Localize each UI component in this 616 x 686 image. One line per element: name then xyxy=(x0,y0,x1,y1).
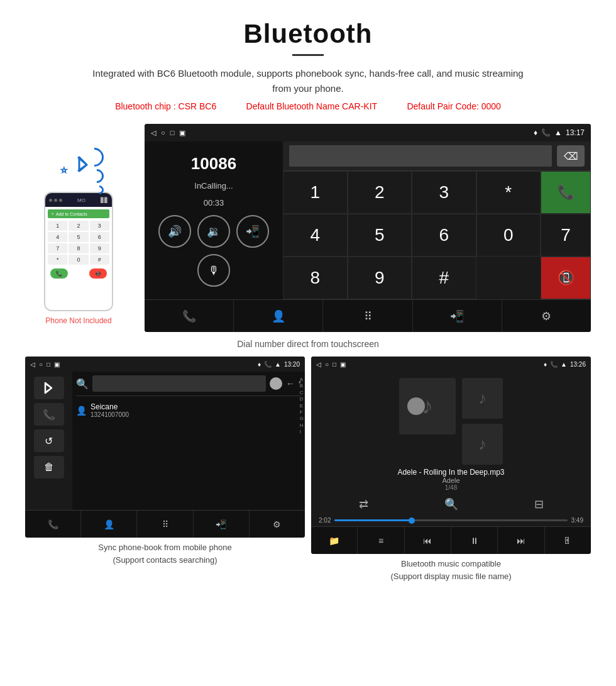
call-timer: 00:33 xyxy=(204,198,224,207)
music-album-art-2: ♪ xyxy=(462,378,503,419)
pb-bottom-contact[interactable]: 👤 xyxy=(81,511,137,538)
mock-key-3: 3 xyxy=(90,221,109,231)
key-star[interactable]: * xyxy=(476,171,541,214)
pb-time: 13:20 xyxy=(284,361,300,368)
dial-left-panel: 10086 InCalling... 00:33 🔊 🔉 📲 🎙 xyxy=(145,141,283,299)
pb-search-input[interactable] xyxy=(92,375,266,392)
pb-call-btn[interactable]: 📞 xyxy=(34,403,64,426)
pb-recents-icon: □ xyxy=(47,361,50,368)
call-green-button[interactable]: 📞 xyxy=(541,171,591,214)
music-artwork-row: ♪ ♪ ♪ xyxy=(311,372,591,468)
dialed-number: 10086 xyxy=(191,154,236,174)
bottom-settings-icon[interactable]: ⚙ xyxy=(502,300,591,332)
key-4[interactable]: 4 xyxy=(283,214,348,257)
bottom-transfer-icon[interactable]: 📲 xyxy=(413,300,502,332)
mock-key-5: 5 xyxy=(69,232,88,242)
music-list-btn[interactable]: ≡ xyxy=(358,527,404,554)
key-9[interactable]: 9 xyxy=(348,257,412,299)
screenshot-icon: ▣ xyxy=(179,129,185,137)
pb-refresh-btn[interactable]: ↺ xyxy=(34,429,64,452)
pb-call-icon: 📞 xyxy=(264,361,272,368)
music-progress-fill xyxy=(334,519,411,521)
mock-call-red: 📵 xyxy=(89,268,107,279)
bottom-phone-icon[interactable]: 📞 xyxy=(145,300,234,332)
key-6[interactable]: 6 xyxy=(412,214,476,257)
key-hash[interactable]: # xyxy=(412,257,476,299)
music-album-art-main: ♪ xyxy=(399,378,456,434)
music-next-btn[interactable]: ⏭ xyxy=(498,527,544,554)
signal-arcs xyxy=(85,148,104,194)
music-eq-btn[interactable]: 🎚 xyxy=(545,527,591,554)
music-status-bar: ◁ ○ □ ▣ ♦ 📞 ▲ 13:26 xyxy=(311,357,591,372)
key-0[interactable]: 0 xyxy=(476,214,541,257)
key-2[interactable]: 2 xyxy=(348,171,412,214)
dial-main-area: 10086 InCalling... 00:33 🔊 🔉 📲 🎙 ⌫ 1 xyxy=(145,141,591,299)
dial-control-buttons: 🔊 🔉 📲 🎙 xyxy=(154,215,273,287)
arc-medium xyxy=(87,166,106,185)
call-red-button[interactable]: 📵 xyxy=(541,257,591,299)
pb-bottom-transfer[interactable]: 📲 xyxy=(194,511,250,538)
pb-search-bar: 🔍 ← * xyxy=(76,375,301,396)
clock: 13:17 xyxy=(566,128,585,137)
backspace-button[interactable]: ⌫ xyxy=(557,145,585,167)
key-8[interactable]: 8 xyxy=(283,257,348,299)
pb-back-arrow[interactable]: ← xyxy=(286,379,295,389)
music-progress-thumb xyxy=(409,517,415,524)
music-track-count: 1/48 xyxy=(317,484,585,491)
music-progress-track[interactable] xyxy=(334,519,567,521)
key-7[interactable]: 7 xyxy=(541,214,591,257)
key-3[interactable]: 3 xyxy=(412,171,476,214)
spec-name: Default Bluetooth Name CAR-KIT xyxy=(246,101,378,111)
pb-contact-avatar: 👤 xyxy=(76,406,87,416)
album-art-circle xyxy=(407,397,425,415)
music-song-title: Adele - Rolling In the Deep.mp3 xyxy=(317,468,585,477)
key-5[interactable]: 5 xyxy=(348,214,412,257)
shuffle-button[interactable]: ⇄ xyxy=(359,497,368,511)
music-play-pause-btn[interactable]: ⏸ xyxy=(451,527,498,554)
pb-delete-btn[interactable]: 🗑 xyxy=(34,456,64,479)
dial-caption: Dial number direct from touchscreen xyxy=(0,339,616,349)
bottom-contact-icon[interactable]: 👤 xyxy=(234,300,323,332)
music-screenshot-icon: ▣ xyxy=(340,361,346,368)
music-prev-btn[interactable]: ⏮ xyxy=(405,527,451,554)
music-folder-btn[interactable]: 📁 xyxy=(311,527,358,554)
pb-contact-row[interactable]: 👤 Seicane 13241007000 xyxy=(76,400,301,421)
mock-key-9: 9 xyxy=(90,243,109,253)
music-screen: ◁ ○ □ ▣ ♦ 📞 ▲ 13:26 ♪ xyxy=(311,357,591,554)
phonebook-caption: Sync phone-book from mobile phone (Suppo… xyxy=(98,541,231,566)
keypad-grid: 1 2 3 * 📞 4 5 6 0 7 8 9 # 📵 xyxy=(283,171,591,299)
pb-contact-phone: 13241007000 xyxy=(91,411,129,418)
pb-bluetooth-btn[interactable] xyxy=(34,377,64,399)
key-1[interactable]: 1 xyxy=(283,171,348,214)
pb-bottom-settings[interactable]: ⚙ xyxy=(250,511,305,538)
music-body: ♪ ♪ ♪ Adele - Rolling In the Deep.mp3 xyxy=(311,372,591,526)
pb-search-icon: 🔍 xyxy=(76,378,89,390)
search-button[interactable]: 🔍 xyxy=(444,497,458,511)
pb-bottom-phone[interactable]: 📞 xyxy=(25,511,81,538)
equalizer-button[interactable]: ⊟ xyxy=(534,497,544,511)
music-caption: Bluetooth music compatible (Support disp… xyxy=(390,558,511,582)
pb-left-sidebar: 📞 ↺ 🗑 xyxy=(25,372,72,510)
bottom-row: ◁ ○ □ ▣ ♦ 📞 ▲ 13:20 xyxy=(0,357,616,595)
spec-chip: Bluetooth chip : CSR BC6 xyxy=(115,101,216,111)
phone-mock: MO ▊▊ ＋Add to Contacts 1 2 3 4 5 6 7 8 9 xyxy=(44,192,113,311)
music-time-current: 2:02 xyxy=(319,517,331,524)
mock-key-1: 1 xyxy=(48,221,67,231)
volume-up-button[interactable]: 🔊 xyxy=(158,215,191,248)
pb-alpha-list: A B C D E F G H I xyxy=(300,377,304,436)
music-time-total: 3:49 xyxy=(571,517,583,524)
music-call-icon: 📞 xyxy=(550,361,558,368)
mock-key-hash: # xyxy=(90,255,109,265)
status-indicators: ♦ 📞 ▲ 13:17 xyxy=(534,128,585,137)
pb-bottom-dialpad[interactable]: ⠿ xyxy=(137,511,193,538)
mock-key-star: * xyxy=(48,255,67,265)
volume-down-button[interactable]: 🔉 xyxy=(197,215,230,248)
pb-contact-info: Seicane 13241007000 xyxy=(91,402,129,418)
phone-mock-keypad: 1 2 3 4 5 6 7 8 9 * 0 # xyxy=(48,221,109,265)
music-progress-bar: 2:02 3:49 xyxy=(311,514,591,526)
microphone-button[interactable]: 🎙 xyxy=(197,254,230,287)
music-album-art-3: ♪ xyxy=(462,424,503,465)
recents-icon: □ xyxy=(170,129,175,136)
bottom-dialpad-icon[interactable]: ⠿ xyxy=(323,300,412,332)
transfer-button[interactable]: 📲 xyxy=(236,215,269,248)
